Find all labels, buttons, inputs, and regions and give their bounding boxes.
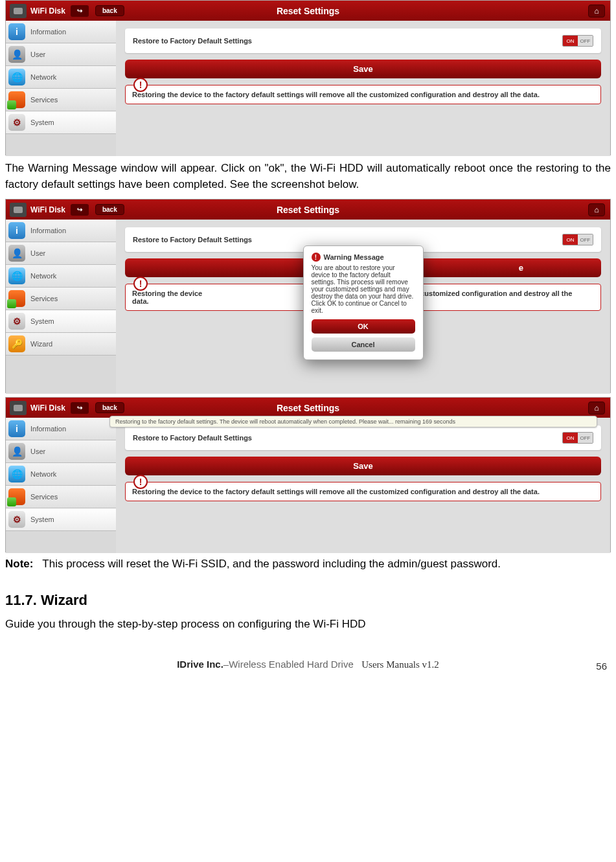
warning-text: Restoring the device to the factory defa…	[132, 488, 540, 495]
settings-panel: Restore to Factory Default Settings ON O…	[125, 28, 601, 53]
sidebar-item-system[interactable]: ⚙System	[6, 508, 116, 531]
footer-manual: Users Manuals v1.2	[361, 659, 439, 670]
save-button[interactable]: Save	[125, 457, 601, 475]
page-footer: IDrive Inc.–Wireless Enabled Hard Drive …	[5, 659, 611, 675]
sidebar-item-label: Wizard	[30, 340, 52, 348]
sidebar-item-user[interactable]: 👤User	[6, 440, 116, 463]
toggle-off-label: OFF	[578, 36, 593, 46]
sidebar-item-label: System	[30, 516, 54, 523]
content-area: Restore to Factory Default Settings ON O…	[116, 21, 610, 156]
screenshot-3: WiFi Disk ↪ back Reset Settings ⌂ Restor…	[5, 397, 611, 552]
toggle-off-label: OFF	[578, 234, 593, 245]
content-area: Restore to Factory Default Settings ON O…	[116, 220, 610, 394]
factory-reset-toggle[interactable]: ON OFF	[562, 35, 593, 47]
sidebar-item-label: User	[30, 448, 45, 455]
services-icon	[8, 290, 25, 307]
sidebar-item-label: User	[30, 249, 45, 257]
wizard-icon: 🔑	[8, 335, 25, 352]
user-icon: 👤	[8, 46, 25, 63]
home-button[interactable]: ⌂	[588, 203, 605, 216]
sidebar-item-network[interactable]: 🌐Network	[6, 463, 116, 486]
sidebar-item-network[interactable]: 🌐Network	[6, 265, 116, 288]
screen-title: Reset Settings	[6, 205, 610, 215]
doc-paragraph-1: The Warning Message window will appear. …	[5, 161, 611, 192]
sidebar-item-system[interactable]: ⚙System	[6, 310, 116, 333]
sidebar-item-services[interactable]: Services	[6, 288, 116, 310]
gear-icon: ⚙	[8, 313, 25, 330]
warning-panel: ! Restoring the device to the factory de…	[125, 482, 601, 501]
home-button[interactable]: ⌂	[588, 5, 605, 17]
gear-icon: ⚙	[8, 511, 25, 528]
save-button[interactable]: Save	[125, 60, 601, 78]
user-icon: 👤	[8, 443, 25, 460]
toggle-on-label: ON	[563, 234, 578, 245]
screenshot-1: WiFi Disk ↪ back Reset Settings ⌂ iInfor…	[5, 0, 611, 155]
doc-note: Note: This process will reset the Wi-Fi …	[5, 556, 611, 573]
content-area: Restore to Factory Default Settings ON O…	[116, 418, 610, 553]
sidebar-item-label: Services	[30, 295, 58, 302]
modal-body: You are about to restore your device to …	[312, 264, 415, 314]
factory-reset-toggle[interactable]: ON OFF	[562, 234, 593, 245]
page-number: 56	[596, 661, 607, 672]
sidebar-item-system[interactable]: ⚙System	[6, 111, 116, 134]
sidebar-item-user[interactable]: 👤User	[6, 242, 116, 265]
modal-cancel-button[interactable]: Cancel	[312, 337, 415, 352]
home-button[interactable]: ⌂	[588, 402, 605, 414]
sidebar: iInformation 👤User 🌐Network Services ⚙Sy…	[6, 220, 116, 394]
info-icon: i	[8, 222, 25, 239]
toggle-on-label: ON	[563, 36, 578, 46]
warning-panel: ! Restoring the device to the factory de…	[125, 85, 601, 104]
panel-label: Restore to Factory Default Settings	[133, 434, 252, 442]
globe-icon: 🌐	[8, 267, 25, 284]
footer-company: IDrive Inc.	[177, 659, 223, 670]
warning-text-left: Restoring the device	[132, 289, 202, 297]
sidebar-item-label: System	[30, 119, 54, 126]
sidebar-item-label: System	[30, 317, 54, 325]
services-icon	[8, 488, 25, 505]
note-text: This process will reset the Wi-Fi SSID, …	[42, 558, 501, 570]
section-heading: 11.7. Wizard	[5, 592, 611, 609]
sidebar: iInformation 👤User 🌐Network Services ⚙Sy…	[6, 21, 116, 156]
section-body: Guide you through the step-by-step proce…	[5, 617, 611, 633]
sidebar-item-wizard[interactable]: 🔑Wizard	[6, 333, 116, 356]
screen-title: Reset Settings	[6, 6, 610, 16]
warning-icon: !	[133, 277, 148, 291]
sidebar-item-user[interactable]: 👤User	[6, 43, 116, 66]
screen-title: Reset Settings	[6, 403, 610, 413]
sidebar-item-label: Information	[30, 227, 66, 234]
sidebar-item-label: Information	[30, 425, 66, 433]
gear-icon: ⚙	[8, 114, 25, 131]
sidebar-item-label: User	[30, 51, 45, 58]
user-icon: 👤	[8, 245, 25, 262]
sidebar-item-label: Network	[30, 272, 56, 280]
warning-modal: !Warning Message You are about to restor…	[303, 245, 424, 360]
sidebar-item-information[interactable]: iInformation	[6, 418, 116, 440]
sidebar-item-label: Network	[30, 470, 56, 478]
panel-label: Restore to Factory Default Settings	[133, 236, 252, 244]
sidebar-item-label: Services	[30, 493, 58, 501]
progress-tooltip: Restoring to the factory default setting…	[109, 416, 597, 427]
settings-panel: Restore to Factory Default Settings ON O…	[125, 425, 601, 450]
toggle-on-label: ON	[563, 433, 578, 443]
warning-text: Restoring the device to the factory defa…	[132, 91, 540, 98]
sidebar-item-network[interactable]: 🌐Network	[6, 66, 116, 89]
sidebar: iInformation 👤User 🌐Network Services ⚙Sy…	[6, 418, 116, 553]
alert-icon: !	[312, 253, 321, 262]
sidebar-item-services[interactable]: Services	[6, 486, 116, 508]
modal-title: !Warning Message	[312, 253, 415, 262]
app-topbar: WiFi Disk ↪ back Reset Settings ⌂	[6, 1, 610, 21]
info-icon: i	[8, 23, 25, 40]
sidebar-item-label: Network	[30, 73, 56, 81]
sidebar-item-label: Information	[30, 28, 66, 36]
sidebar-item-services[interactable]: Services	[6, 89, 116, 111]
toggle-off-label: OFF	[578, 433, 593, 443]
app-topbar: WiFi Disk ↪ back Reset Settings ⌂	[6, 398, 610, 418]
warning-icon: !	[133, 475, 148, 489]
factory-reset-toggle[interactable]: ON OFF	[562, 432, 593, 444]
services-icon	[8, 91, 25, 108]
sidebar-item-information[interactable]: iInformation	[6, 220, 116, 242]
modal-ok-button[interactable]: OK	[312, 319, 415, 334]
screenshot-2: WiFi Disk ↪ back Reset Settings ⌂ iInfor…	[5, 199, 611, 393]
app-topbar: WiFi Disk ↪ back Reset Settings ⌂	[6, 199, 610, 220]
sidebar-item-information[interactable]: iInformation	[6, 21, 116, 43]
